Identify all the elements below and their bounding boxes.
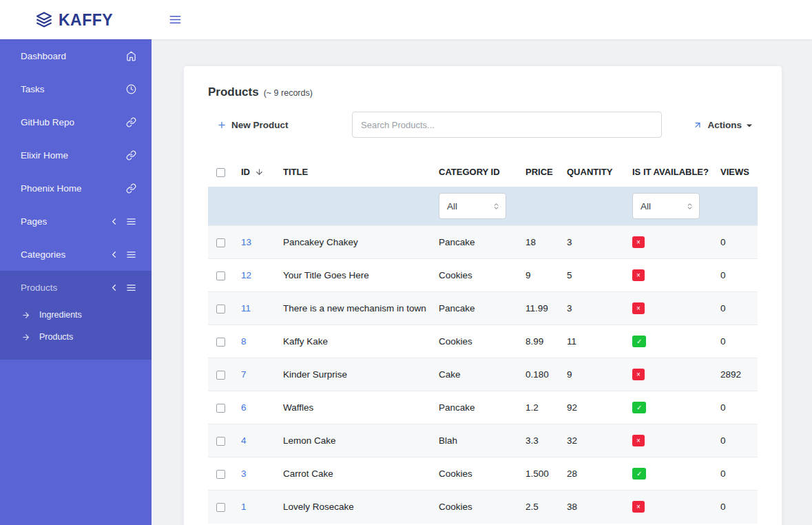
column-header-title[interactable]: TITLE (278, 157, 433, 187)
sidebar-item-pages[interactable]: Pages (0, 205, 152, 238)
column-header-id[interactable]: ID (236, 157, 278, 187)
column-label-id: ID (241, 167, 250, 177)
sidebar: DashboardTasksGitHub RepoElixir HomePhoe… (0, 39, 152, 525)
page-title: Products (208, 85, 259, 99)
row-id-link[interactable]: 7 (241, 369, 247, 380)
row-id-link[interactable]: 12 (241, 270, 251, 280)
row-checkbox[interactable] (216, 470, 225, 479)
column-header-category-id[interactable]: CATEGORY ID (433, 157, 520, 187)
row-id-link[interactable]: 13 (241, 237, 251, 247)
chevron-left-icon (109, 249, 119, 260)
new-product-button[interactable]: New Product (217, 120, 289, 130)
row-title: Waffles (278, 391, 433, 424)
menu-icon (126, 216, 136, 227)
sidebar-item-phoenix-home[interactable]: Phoenix Home (0, 172, 152, 205)
row-quantity: 3 (561, 226, 627, 259)
select-all-checkbox[interactable] (216, 168, 225, 177)
toolbar: New Product Actions (208, 111, 758, 138)
sidebar-subitem-label: Products (39, 332, 73, 342)
top-header: KAFFY (0, 0, 812, 39)
row-price: 2.5 (520, 491, 561, 524)
actions-label: Actions (707, 120, 742, 130)
row-views: 0 (715, 226, 758, 259)
products-card: Products (~ 9 records) New Product Actio… (184, 66, 782, 525)
row-category: Pancake (433, 391, 520, 424)
availability-badge: ✓ (632, 336, 646, 347)
row-id-link[interactable]: 1 (241, 502, 247, 512)
row-category: Pancake (433, 226, 520, 259)
row-price: 1.2 (520, 391, 561, 424)
row-id-link[interactable]: 11 (241, 303, 251, 313)
link-icon (126, 117, 136, 127)
sidebar-item-tasks[interactable]: Tasks (0, 72, 152, 105)
table-body: 13Pancakey ChakeyPancake183×012Your Titl… (208, 226, 758, 524)
plus-icon (217, 120, 227, 130)
home-icon (126, 51, 136, 61)
row-price: 8.99 (520, 325, 561, 358)
row-title: Kinder Surprise (278, 358, 433, 391)
row-checkbox[interactable] (216, 238, 225, 247)
row-checkbox[interactable] (216, 503, 225, 512)
records-count: (~ 9 records) (264, 88, 313, 98)
table-row: 6WafflesPancake1.292✓0 (208, 391, 758, 424)
sidebar-item-dashboard[interactable]: Dashboard (0, 39, 152, 72)
row-id-link[interactable]: 6 (241, 402, 247, 413)
sidebar-item-label: Tasks (21, 84, 126, 94)
sort-desc-icon[interactable] (255, 167, 264, 176)
search-input[interactable] (352, 112, 662, 138)
column-header-price[interactable]: PRICE (520, 157, 561, 187)
clock-icon (126, 84, 136, 94)
table-row: 11There is a new mechanism in townPancak… (208, 292, 758, 325)
sidebar-item-github-repo[interactable]: GitHub Repo (0, 105, 152, 138)
row-category: Cookies (433, 259, 520, 292)
row-price: 0.180 (520, 358, 561, 391)
sidebar-item-elixir-home[interactable]: Elixir Home (0, 138, 152, 172)
sidebar-nav: DashboardTasksGitHub RepoElixir HomePhoe… (0, 39, 152, 360)
row-id-link[interactable]: 4 (241, 435, 247, 446)
sidebar-item-products[interactable]: Products (0, 271, 152, 304)
row-price: 3.3 (520, 424, 561, 457)
row-quantity: 32 (561, 424, 627, 457)
app-logo-text: KAFFY (59, 10, 113, 29)
column-header-views[interactable]: VIEWS (715, 157, 758, 187)
row-checkbox[interactable] (216, 305, 225, 313)
row-id-link[interactable]: 8 (241, 336, 247, 347)
column-header-quantity[interactable]: QUANTITY (561, 157, 627, 187)
sidebar-subitem-ingredients[interactable]: Ingredients (0, 304, 152, 326)
row-id-link[interactable]: 3 (241, 469, 247, 479)
availability-filter-value: All (641, 201, 651, 212)
row-checkbox[interactable] (216, 371, 225, 380)
sidebar-toggle-hamburger-icon[interactable] (169, 13, 182, 26)
table-row: 8Kaffy KakeCookies8.9911✓0 (208, 325, 758, 358)
arrow-right-icon (21, 311, 30, 320)
sidebar-item-categories[interactable]: Categories (0, 238, 152, 271)
products-table: ID TITLE CATEGORY ID PRICE QUANTITY IS I… (208, 157, 758, 524)
table-row: 12Your Title Goes HereCookies95×0 (208, 259, 758, 292)
row-checkbox[interactable] (216, 437, 225, 446)
table-row: 3Carrot CakeCookies1.50028✓0 (208, 457, 758, 491)
chevron-left-icon (109, 216, 119, 227)
sidebar-submenu: ProductsIngredientsProducts (0, 271, 152, 360)
row-checkbox[interactable] (216, 338, 225, 347)
link-icon (126, 183, 136, 194)
availability-badge: × (632, 236, 645, 248)
sidebar-item-label: Elixir Home (21, 150, 126, 161)
arrow-right-icon (21, 333, 30, 342)
availability-filter-select[interactable]: All (632, 193, 700, 219)
link-icon (126, 150, 136, 161)
app-logo[interactable]: KAFFY (36, 10, 113, 29)
row-price: 18 (520, 226, 561, 259)
category-filter-select[interactable]: All (439, 193, 506, 219)
menu-icon (126, 249, 136, 260)
sidebar-item-label: Pages (21, 216, 109, 227)
sidebar-subitem-products[interactable]: Products (0, 326, 152, 348)
row-views: 2892 (715, 358, 758, 391)
column-header-available[interactable]: IS IT AVAILABLE? (627, 157, 715, 187)
row-checkbox[interactable] (216, 404, 225, 413)
actions-dropdown[interactable]: Actions (693, 120, 752, 130)
row-checkbox[interactable] (216, 271, 225, 280)
sidebar-item-label: Dashboard (21, 51, 126, 61)
row-price: 9 (520, 259, 561, 292)
row-views: 0 (715, 424, 758, 457)
row-category: Cookies (433, 325, 520, 358)
